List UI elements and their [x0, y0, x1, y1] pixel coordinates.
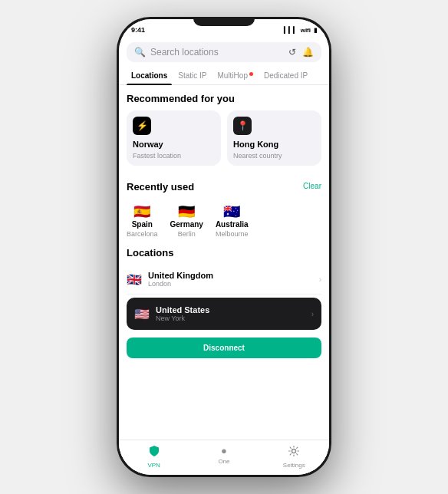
rec-name-norway: Norway	[133, 140, 215, 149]
nav-one[interactable]: ● One	[189, 445, 259, 469]
rec-icon-lightning: ⚡	[133, 117, 151, 135]
location-uk[interactable]: 🇬🇧 United Kingdom London ›	[127, 265, 321, 295]
city-melbourne: Melbourne	[216, 230, 249, 238]
city-berlin: Berlin	[178, 230, 196, 238]
chevron-right-icon: ›	[319, 275, 321, 284]
rec-sub-hongkong: Nearest country	[233, 152, 315, 160]
country-germany: Germany	[170, 220, 203, 229]
rec-card-norway[interactable]: ⚡ Norway Fastest location	[127, 110, 221, 166]
bottom-nav: VPN ● One Settings	[119, 440, 329, 475]
location-us-connected[interactable]: 🇺🇸 United States New York ›	[127, 298, 321, 330]
main-scroll[interactable]: Recommended for you ⚡ Norway Fastest loc…	[119, 85, 329, 440]
locations-section: Locations 🇬🇧 United Kingdom London › 🇺�	[127, 247, 321, 358]
one-icon: ●	[221, 445, 227, 456]
location-info-uk: United Kingdom London	[148, 271, 313, 288]
svg-point-0	[292, 450, 296, 453]
recommended-grid: ⚡ Norway Fastest location 📍 Hong Kong Ne…	[127, 110, 321, 166]
flag-spain: 🇪🇸	[133, 205, 150, 219]
country-australia: Australia	[216, 220, 249, 229]
tab-dedicated-ip[interactable]: Dedicated IP	[259, 67, 312, 84]
multihop-dot	[249, 72, 253, 76]
disconnect-button[interactable]: Disconnect	[127, 338, 321, 358]
locations-title: Locations	[127, 247, 321, 259]
tab-locations[interactable]: Locations	[127, 67, 172, 84]
phone-screen: 9:41 ▎▎▎ wifi ▮ 🔍 Search locations ↺ 🔔	[119, 19, 329, 475]
nav-settings-label: Settings	[283, 462, 305, 469]
recent-item-australia[interactable]: 🇦🇺 Australia Melbourne	[216, 205, 249, 238]
chevron-right-icon-us: ›	[311, 310, 314, 318]
flag-uk: 🇬🇧	[127, 272, 142, 287]
flag-australia: 🇦🇺	[223, 205, 240, 219]
country-spain: Spain	[132, 220, 153, 229]
location-city-uk: London	[148, 280, 313, 288]
recently-header: Recently used Clear	[127, 173, 321, 199]
flag-germany: 🇩🇪	[178, 205, 195, 219]
location-info-us: United States New York	[156, 305, 305, 322]
nav-vpn[interactable]: VPN	[119, 445, 189, 469]
gear-icon	[288, 445, 300, 460]
phone-notch	[193, 17, 255, 26]
signal-icon: ▎▎▎	[284, 27, 298, 34]
rec-name-hongkong: Hong Kong	[233, 140, 315, 149]
search-bar[interactable]: 🔍 Search locations ↺ 🔔	[127, 42, 321, 62]
location-name-us: United States	[156, 305, 305, 315]
search-icon: 🔍	[134, 47, 146, 58]
tab-static-ip[interactable]: Static IP	[173, 67, 211, 84]
battery-icon: ▮	[314, 27, 317, 34]
nav-settings[interactable]: Settings	[259, 445, 329, 469]
wifi-icon: wifi	[301, 27, 311, 34]
recently-used-list: 🇪🇸 Spain Barcelona 🇩🇪 Germany Berlin 🇦🇺 …	[127, 205, 321, 238]
tabs-row: Locations Static IP MultiHop Dedicated I…	[119, 67, 329, 85]
tab-multihop[interactable]: MultiHop	[212, 67, 257, 84]
recommended-title: Recommended for you	[127, 93, 321, 104]
location-name-uk: United Kingdom	[148, 271, 313, 280]
search-actions: ↺ 🔔	[288, 47, 314, 58]
rec-sub-norway: Fastest location	[133, 152, 215, 160]
time: 9:41	[131, 26, 145, 34]
bell-icon[interactable]: 🔔	[302, 47, 314, 58]
screen-content: 🔍 Search locations ↺ 🔔 Locations Static …	[119, 38, 329, 475]
nav-one-label: One	[218, 458, 229, 465]
location-city-us: New York	[156, 315, 305, 322]
refresh-icon[interactable]: ↺	[288, 47, 296, 58]
recently-title: Recently used	[127, 181, 194, 193]
nav-vpn-label: VPN	[147, 462, 160, 469]
flag-us: 🇺🇸	[134, 307, 150, 321]
city-barcelona: Barcelona	[127, 230, 158, 238]
clear-button[interactable]: Clear	[303, 182, 321, 190]
rec-icon-location: 📍	[233, 117, 252, 135]
phone-frame: 9:41 ▎▎▎ wifi ▮ 🔍 Search locations ↺ 🔔	[117, 17, 331, 477]
shield-icon	[148, 445, 160, 460]
phone-wrapper: 9:41 ▎▎▎ wifi ▮ 🔍 Search locations ↺ 🔔	[117, 17, 331, 477]
recent-item-germany[interactable]: 🇩🇪 Germany Berlin	[170, 205, 203, 238]
rec-card-hongkong[interactable]: 📍 Hong Kong Nearest country	[227, 110, 321, 166]
recent-item-spain[interactable]: 🇪🇸 Spain Barcelona	[127, 205, 158, 238]
search-input[interactable]: Search locations	[150, 47, 284, 58]
